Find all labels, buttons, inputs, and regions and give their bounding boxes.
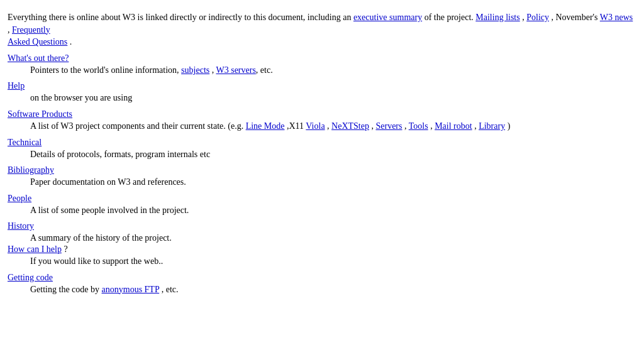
intro-paragraph-2: Everything there is online about W3 is l… [8, 11, 636, 48]
mail-robot-link[interactable]: Mail robot [435, 121, 472, 131]
section-people: People A list of some people involved in… [8, 194, 636, 217]
mailing-lists-link[interactable]: Mailing lists [475, 13, 519, 22]
intro2-mid2: , [520, 13, 527, 22]
section-software-products: Software Products A list of W3 project c… [8, 109, 636, 133]
technical-desc: Details of protocols, formats, program i… [30, 148, 636, 161]
people-desc: A list of some people involved in the pr… [30, 204, 636, 217]
servers-link[interactable]: Servers [375, 121, 402, 131]
intro2-end: . [67, 37, 72, 47]
how-can-i-help-wrapper: How can I help [8, 244, 62, 254]
intro2-pre: Everything there is online about W3 is l… [8, 13, 353, 22]
w3-servers-link[interactable]: W3 servers [216, 65, 255, 75]
how-can-i-help-suffix: ? [64, 244, 67, 254]
software-products-link[interactable]: Software Products [8, 109, 636, 119]
how-can-i-help-link[interactable]: How can I help [8, 244, 62, 254]
anonymous-ftp-link[interactable]: anonymous FTP [102, 285, 160, 294]
section-technical: Technical Details of protocols, formats,… [8, 138, 636, 161]
whats-out-there-link[interactable]: What's out there? [8, 53, 636, 63]
faq-link[interactable]: FrequentlyAsked Questions [8, 25, 67, 47]
people-link[interactable]: People [8, 194, 636, 204]
policy-link[interactable]: Policy [526, 13, 549, 22]
executive-summary-link[interactable]: executive summary [353, 13, 422, 22]
sections-list: What's out there? Pointers to the world'… [8, 53, 636, 295]
section-help: Help on the browser you are using [8, 81, 636, 104]
viola-link[interactable]: Viola [306, 121, 325, 131]
help-desc: on the browser you are using [30, 92, 636, 104]
line-mode-link[interactable]: Line Mode [246, 121, 285, 131]
subjects-link[interactable]: subjects [181, 65, 209, 75]
how-can-i-help-desc: If you would like to support the web.. [30, 255, 636, 268]
bibliography-desc: Paper documentation on W3 and references… [30, 176, 636, 189]
section-how-can-i-help: How can I help ? If you would like to su… [8, 244, 636, 268]
library-link[interactable]: Library [479, 121, 505, 131]
nextstep-link[interactable]: NeXTStep [331, 121, 369, 131]
history-desc: A summary of the history of the project. [30, 232, 636, 244]
section-getting-code: Getting code Getting the code by anonymo… [8, 273, 636, 296]
intro2-mid4: , [8, 25, 12, 35]
section-whats-out-there: What's out there? Pointers to the world'… [8, 53, 636, 77]
software-products-desc: A list of W3 project components and thei… [30, 120, 636, 133]
getting-code-desc: Getting the code by anonymous FTP , etc. [30, 283, 636, 296]
tools-link[interactable]: Tools [409, 121, 428, 131]
help-link[interactable]: Help [8, 81, 636, 91]
intro2-mid1: of the project. [422, 13, 475, 22]
bibliography-link[interactable]: Bibliography [8, 165, 636, 175]
whats-out-there-desc: Pointers to the world's online informati… [30, 64, 636, 77]
history-link[interactable]: History [8, 221, 636, 231]
section-bibliography: Bibliography Paper documentation on W3 a… [8, 165, 636, 189]
intro2-mid3: , November's [549, 13, 600, 22]
getting-code-link[interactable]: Getting code [8, 273, 636, 283]
section-history: History A summary of the history of the … [8, 221, 636, 244]
technical-link[interactable]: Technical [8, 138, 636, 148]
w3-news-link[interactable]: W3 news [600, 13, 633, 22]
